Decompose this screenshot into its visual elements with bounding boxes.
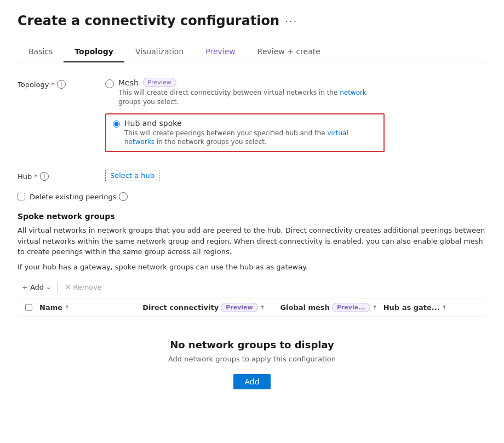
hub-label: Hub * i: [18, 170, 105, 181]
mesh-preview-badge: Preview: [143, 78, 176, 87]
col-name-sort-icon[interactable]: ↑: [65, 304, 69, 310]
spoke-section-title: Spoke network groups: [18, 212, 486, 221]
mesh-title-row: Mesh Preview: [118, 78, 381, 87]
empty-state: No network groups to display Add network…: [18, 317, 486, 411]
empty-state-description: Add network groups to apply this configu…: [168, 355, 336, 363]
topology-label: Topology * i: [18, 78, 105, 89]
add-chevron-icon: ⌄: [46, 284, 51, 291]
mesh-label-group: Mesh Preview This will create direct con…: [118, 78, 381, 107]
hub-spoke-radio[interactable]: [113, 120, 120, 128]
hub-info-icon[interactable]: i: [40, 172, 49, 181]
tab-topology[interactable]: Topology: [64, 42, 124, 62]
delete-peerings-checkbox[interactable]: [18, 193, 25, 200]
add-icon: +: [22, 283, 28, 291]
select-hub-link[interactable]: Select a hub: [105, 170, 159, 181]
hub-required-star: *: [34, 172, 38, 181]
mesh-description: This will create direct connectivity bet…: [118, 88, 381, 107]
col-global-sort-icon[interactable]: ↑: [373, 304, 377, 310]
topology-info-icon[interactable]: i: [57, 80, 66, 89]
col-hub-label: Hub as gate...: [383, 303, 440, 312]
page-title-row: Create a connectivity configuration ···: [18, 13, 486, 28]
mesh-option: Mesh Preview This will create direct con…: [105, 78, 486, 107]
hub-spoke-title[interactable]: Hub and spoke: [124, 119, 182, 128]
header-checkbox-cell: [18, 304, 39, 311]
tab-basics[interactable]: Basics: [18, 42, 64, 62]
col-hub-sort-icon[interactable]: ↑: [442, 304, 446, 310]
delete-peerings-row: Delete existing peerings i: [18, 192, 486, 201]
more-options-icon[interactable]: ···: [285, 15, 297, 27]
remove-icon: ✕: [65, 283, 71, 291]
hub-spoke-title-row: Hub and spoke: [124, 119, 377, 128]
col-header-direct[interactable]: Direct connectivity Preview ↑: [142, 303, 280, 312]
col-direct-label: Direct connectivity: [142, 303, 219, 312]
col-direct-sort-icon[interactable]: ↑: [260, 304, 265, 310]
col-header-name[interactable]: Name ↑: [39, 303, 142, 312]
spoke-desc-1: All virtual networks in network groups t…: [18, 225, 486, 257]
topology-required-star: *: [51, 80, 55, 89]
col-header-global[interactable]: Global mesh Previe... ↑: [280, 303, 383, 312]
remove-button[interactable]: ✕ Remove: [60, 281, 106, 294]
delete-peerings-label[interactable]: Delete existing peerings i: [30, 192, 128, 201]
hub-content: Select a hub: [105, 170, 486, 181]
mesh-network-link: network: [340, 89, 366, 96]
add-label: Add: [30, 283, 44, 291]
col-global-label: Global mesh: [280, 303, 329, 312]
hub-spoke-description: This will create peerings between your s…: [124, 129, 377, 147]
hub-label-text: Hub: [18, 172, 32, 181]
hub-spoke-box: Hub and spoke This will create peerings …: [105, 113, 385, 153]
empty-state-title: No network groups to display: [170, 339, 334, 350]
tab-visualization[interactable]: Visualization: [124, 42, 194, 62]
col-header-hub[interactable]: Hub as gate... ↑: [383, 303, 486, 312]
table-toolbar: + Add ⌄ ✕ Remove: [18, 281, 486, 298]
col-direct-preview-badge: Preview: [221, 303, 258, 312]
delete-peerings-info-icon[interactable]: i: [119, 192, 128, 201]
tab-review-create[interactable]: Review + create: [247, 42, 331, 62]
tab-preview[interactable]: Preview: [194, 42, 247, 62]
mesh-title[interactable]: Mesh: [118, 78, 139, 87]
add-button[interactable]: + Add ⌄: [18, 281, 55, 294]
mesh-radio[interactable]: [105, 79, 114, 88]
col-name-label: Name: [39, 303, 62, 312]
remove-label: Remove: [73, 283, 102, 291]
topology-label-text: Topology: [18, 80, 49, 89]
spoke-desc-2: If your hub has a gateway, spoke network…: [18, 262, 486, 273]
select-all-checkbox[interactable]: [25, 304, 32, 311]
topology-options: Mesh Preview This will create direct con…: [105, 78, 486, 159]
hub-spoke-virtual-link: virtual networks: [124, 129, 348, 146]
network-groups-table: Name ↑ Direct connectivity Preview ↑ Glo…: [18, 298, 486, 411]
empty-state-add-button[interactable]: Add: [233, 374, 270, 389]
toolbar-divider: [58, 282, 58, 293]
page-title: Create a connectivity configuration: [18, 13, 279, 28]
topology-row: Topology * i Mesh Preview This will crea…: [18, 78, 486, 159]
tab-bar: Basics Topology Visualization Preview Re…: [18, 42, 486, 62]
table-header-row: Name ↑ Direct connectivity Preview ↑ Glo…: [18, 298, 486, 317]
hub-spoke-label-group: Hub and spoke This will create peerings …: [124, 119, 377, 147]
hub-row: Hub * i Select a hub: [18, 170, 486, 181]
col-global-preview-badge: Previe...: [332, 303, 370, 312]
